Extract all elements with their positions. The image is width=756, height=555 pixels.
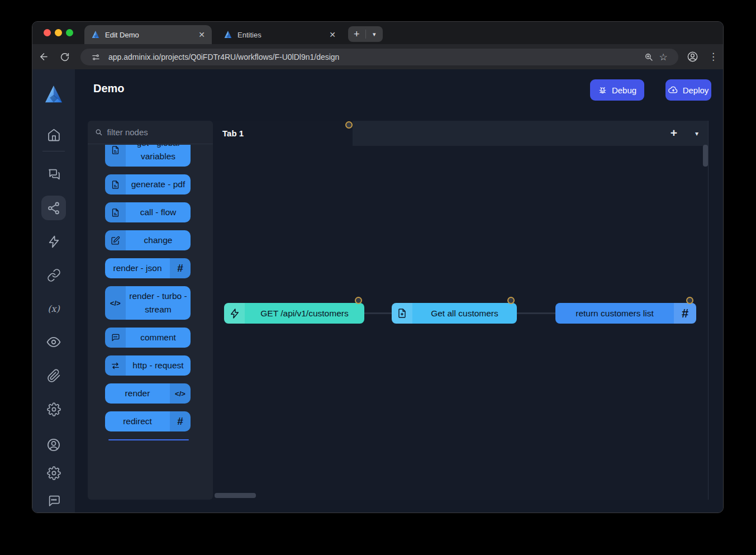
palette-item-generate-pdf[interactable]: generate - pdf <box>105 174 191 195</box>
sidebar-rail: (x) <box>32 69 75 513</box>
app-favicon-icon <box>224 30 232 39</box>
palette-item-redirect[interactable]: redirect # <box>105 411 191 431</box>
node-connection-point[interactable] <box>507 297 515 304</box>
new-tab-button[interactable]: + <box>348 29 365 40</box>
file-icon <box>105 174 126 195</box>
workflow-node-get-all-customers[interactable]: Get all customers <box>392 303 517 324</box>
node-palette-panel: get - global variables generate - pdf ca… <box>88 121 213 500</box>
canvas-horizontal-scrollbar[interactable] <box>215 493 256 498</box>
sidebar-item-observe[interactable] <box>46 334 61 350</box>
sidebar-item-attachments[interactable] <box>46 368 61 383</box>
window-zoom-button[interactable] <box>66 29 73 36</box>
palette-section-divider <box>108 439 189 440</box>
palette-item-label: comment <box>126 328 191 348</box>
palette-item-render-json[interactable]: render - json # <box>105 258 191 278</box>
search-icon <box>95 128 102 136</box>
browser-tab-edit-demo[interactable]: Edit Demo ✕ <box>84 25 212 44</box>
close-icon[interactable]: ✕ <box>329 30 336 39</box>
file-icon <box>105 202 126 222</box>
hash-icon: # <box>170 258 191 278</box>
hash-icon: # <box>674 303 696 324</box>
palette-item-label: redirect <box>105 411 170 431</box>
chevron-down-icon[interactable]: ▾ <box>690 129 703 139</box>
edit-icon <box>105 230 126 250</box>
sidebar-item-settings[interactable] <box>46 401 61 417</box>
browser-tab-entities[interactable]: Entities ✕ <box>217 25 343 44</box>
profile-avatar-icon[interactable] <box>685 49 700 64</box>
canvas-tabbar: Tab 1 + ▾ <box>213 121 708 146</box>
palette-item-change[interactable]: change <box>105 230 191 250</box>
workflow-canvas[interactable]: Tab 1 + ▾ GET /api/v1/customers <box>213 121 709 500</box>
close-icon[interactable]: ✕ <box>198 30 205 39</box>
filter-nodes-input[interactable] <box>107 127 206 137</box>
hash-icon: # <box>170 411 191 431</box>
new-tab-controls: + ▾ <box>348 26 383 42</box>
browser-menu-icon[interactable]: ⋮ <box>706 49 721 64</box>
reload-icon[interactable] <box>57 49 72 64</box>
palette-item-label: change <box>126 230 191 250</box>
code-icon: </> <box>170 383 191 404</box>
workflow-node-label: return customers list <box>555 303 674 324</box>
add-tab-button[interactable]: + <box>666 125 682 141</box>
sidebar-item-variables[interactable]: (x) <box>46 301 61 316</box>
debug-button-label: Debug <box>612 86 636 95</box>
palette-item-comment[interactable]: comment <box>105 328 191 348</box>
bolt-icon <box>224 303 245 324</box>
canvas-tab-1[interactable]: Tab 1 <box>213 121 353 146</box>
palette-item-call-flow[interactable]: call - flow <box>105 202 191 222</box>
tab-title: Edit Demo <box>105 31 193 39</box>
sidebar-item-preferences[interactable] <box>46 465 61 481</box>
file-plus-icon <box>392 303 412 324</box>
app-favicon-icon <box>91 30 100 39</box>
tab-title: Entities <box>237 31 324 39</box>
workflow-node-return-customers-list[interactable]: return customers list # <box>555 303 696 324</box>
window-close-button[interactable] <box>44 29 51 36</box>
node-palette-list: get - global variables generate - pdf ca… <box>88 145 213 500</box>
workflow-node-get-api-customers[interactable]: GET /api/v1/customers <box>224 303 364 324</box>
arrows-swap-icon <box>105 355 126 376</box>
sidebar-item-connections[interactable] <box>46 267 61 283</box>
window-minimize-button[interactable] <box>55 29 62 36</box>
palette-item-label: render - turbo - stream <box>126 286 191 320</box>
zoom-page-icon[interactable] <box>641 52 656 62</box>
url-text[interactable]: app.adminix.io/projects/Q0iFDTr4RU/workf… <box>108 53 339 61</box>
page-title: Demo <box>93 82 125 95</box>
sidebar-item-triggers[interactable] <box>46 234 61 249</box>
cloud-upload-icon <box>668 85 678 95</box>
tab-connection-point[interactable] <box>345 121 353 129</box>
code-icon: </> <box>105 286 126 320</box>
site-settings-icon[interactable] <box>88 53 103 62</box>
adminix-logo <box>44 84 64 105</box>
browser-toolbar: app.adminix.io/projects/Q0iFDTr4RU/workf… <box>32 44 723 69</box>
deploy-button-label: Deploy <box>683 86 709 95</box>
file-icon <box>105 145 126 167</box>
sidebar-item-home[interactable] <box>46 127 61 143</box>
edge-node2-node3 <box>517 312 555 314</box>
node-connection-point[interactable] <box>355 297 362 304</box>
desktop: Edit Demo ✕ Entities ✕ + ▾ <box>0 0 756 555</box>
debug-button[interactable]: Debug <box>590 79 644 101</box>
comment-icon <box>105 328 126 348</box>
sidebar-item-chat[interactable] <box>46 167 61 182</box>
palette-item-render[interactable]: render </> <box>105 383 191 404</box>
deploy-button[interactable]: Deploy <box>665 79 711 101</box>
browser-window: Edit Demo ✕ Entities ✕ + ▾ <box>32 21 724 513</box>
canvas-vertical-scrollbar[interactable] <box>703 145 708 167</box>
palette-item-http-request[interactable]: http - request <box>105 355 191 376</box>
palette-item-label: render - json <box>105 258 170 278</box>
bookmark-star-icon[interactable]: ☆ <box>656 51 671 63</box>
url-bar[interactable]: app.adminix.io/projects/Q0iFDTr4RU/workf… <box>80 49 678 65</box>
node-connection-point[interactable] <box>686 297 693 304</box>
divider <box>42 151 65 151</box>
canvas-tab-label: Tab 1 <box>222 129 244 138</box>
sidebar-item-account[interactable] <box>46 437 61 453</box>
tab-search-chevron-icon[interactable]: ▾ <box>366 31 383 38</box>
palette-item-render-turbo-stream[interactable]: </> render - turbo - stream <box>105 286 191 320</box>
palette-item-get-global-variables[interactable]: get - global variables <box>105 145 191 167</box>
workflow-node-label: Get all customers <box>412 303 517 324</box>
sidebar-item-workflows[interactable] <box>46 200 61 216</box>
palette-item-label: get - global variables <box>126 145 191 167</box>
palette-item-label: render <box>105 383 170 404</box>
back-icon[interactable] <box>36 49 51 64</box>
sidebar-item-feedback[interactable] <box>46 493 61 509</box>
